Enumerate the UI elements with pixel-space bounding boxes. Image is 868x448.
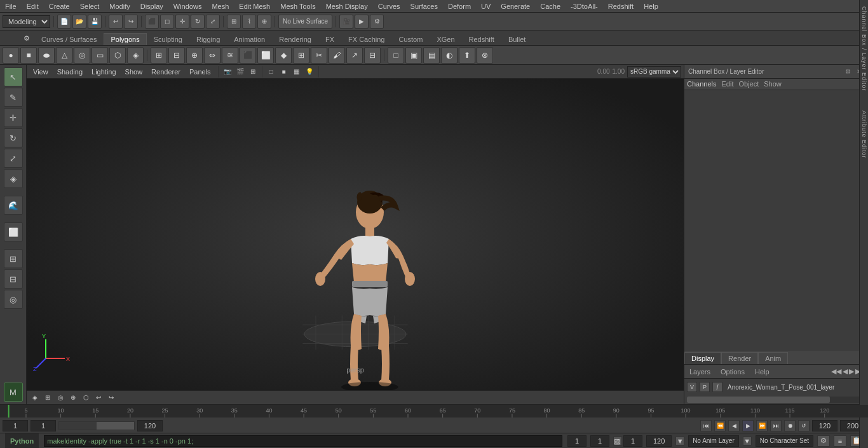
cone-icon[interactable]: △ [56, 47, 72, 64]
menu-edit-mesh[interactable]: Edit Mesh [234, 1, 275, 11]
anim-end-input[interactable] [812, 420, 837, 431]
render-settings-btn[interactable]: ⚙ [370, 15, 384, 29]
channels-label[interactable]: Channels [687, 80, 716, 88]
menu-mesh-tools[interactable]: Mesh Tools [275, 1, 320, 11]
no-anim-layer-btn[interactable]: No Anim Layer [688, 435, 739, 447]
disk-icon[interactable]: ⬡ [109, 47, 126, 64]
tab-xgen[interactable]: XGen [430, 33, 461, 45]
undo-btn[interactable]: ↩ [109, 15, 123, 29]
vp-bottom-icon7[interactable]: ↪ [105, 392, 117, 404]
vp-smooth-icon[interactable]: ■ [278, 66, 290, 78]
menu-generate[interactable]: Generate [496, 1, 535, 11]
extrude-icon[interactable]: ⬛ [240, 47, 256, 64]
anim-prefs-btn[interactable]: ≡ [834, 435, 846, 447]
vp-light-icon[interactable]: 💡 [304, 66, 315, 78]
layer-arr2[interactable]: ◀ [843, 367, 848, 376]
step-back-btn[interactable]: ⏪ [714, 420, 726, 431]
panel-settings-btn[interactable]: ⚙ [843, 67, 853, 77]
attribute-editor-side-label[interactable]: Attribute Editor [861, 111, 867, 159]
menu-deform[interactable]: Deform [443, 1, 476, 11]
new-file-btn[interactable]: 📄 [57, 15, 71, 29]
rotate-btn[interactable]: ↻ [4, 128, 23, 147]
play-fwd-btn[interactable]: ▶ [742, 420, 754, 431]
scale-btn[interactable]: ⤢ [4, 149, 23, 168]
paint-icon[interactable]: 🖌 [329, 47, 345, 64]
bridge-icon[interactable]: ⬜ [257, 47, 274, 64]
help-subtab[interactable]: Help [752, 367, 772, 377]
uv3-icon[interactable]: ▤ [423, 47, 440, 64]
last-tool-btn[interactable]: ⊟ [4, 269, 23, 288]
settings-icon[interactable]: ⚙ [19, 31, 34, 45]
tab-redshift[interactable]: Redshift [462, 33, 501, 45]
start-frame-input[interactable] [31, 420, 56, 431]
cleanup-icon[interactable]: ◐ [441, 47, 458, 64]
menu-edit[interactable]: Edit [22, 1, 44, 11]
vp-bottom-icon1[interactable]: ◈ [29, 392, 41, 404]
maya-icon-btn[interactable]: M [4, 383, 23, 402]
lattice-icon[interactable]: ⊟ [364, 47, 381, 64]
vp-camera-icon[interactable]: 📷 [222, 66, 233, 78]
cut-icon[interactable]: ✂ [311, 47, 327, 64]
layer-arr1[interactable]: ◀◀ [831, 367, 841, 376]
layer-color-swatch[interactable]: / [712, 382, 722, 392]
char-settings-btn[interactable]: ⚙ [817, 435, 830, 447]
layer-scrollbar[interactable] [687, 397, 865, 403]
frame-range-slider[interactable] [58, 421, 135, 430]
soft-select-btn[interactable]: 🌊 [4, 196, 23, 215]
no-character-set-btn[interactable]: No Character Set [756, 435, 813, 447]
tab-fx[interactable]: FX [318, 33, 341, 45]
command-input[interactable] [44, 435, 562, 447]
frame-thumb[interactable]: ▨ [613, 437, 622, 445]
gamma-dropdown[interactable]: sRGB gamma [627, 66, 681, 78]
render-seq-btn[interactable]: ▶ [355, 15, 369, 29]
marquee-select-btn[interactable]: ⬜ [4, 222, 23, 241]
menu-cache[interactable]: Cache [535, 1, 566, 11]
smooth-icon[interactable]: ≋ [222, 47, 238, 64]
redo-btn[interactable]: ↪ [124, 15, 138, 29]
loop-btn[interactable]: ↺ [798, 420, 810, 431]
menu-windows[interactable]: Windows [168, 1, 207, 11]
br-frame3[interactable] [623, 435, 642, 447]
vp-bottom-icon5[interactable]: ⬡ [80, 392, 92, 404]
tab-polygons[interactable]: Polygons [104, 33, 146, 45]
select-tool-btn[interactable]: ⬛ [145, 15, 159, 29]
deform-icon[interactable]: ↗ [346, 47, 363, 64]
select-mode-btn[interactable]: ↖ [4, 67, 23, 86]
menu-modify[interactable]: Modify [104, 1, 135, 11]
extract-icon[interactable]: ⊟ [168, 47, 185, 64]
goto-start-btn[interactable]: ⏮ [700, 420, 712, 431]
br-end-frame[interactable] [646, 435, 672, 447]
vp-renderer-menu[interactable]: Renderer [147, 67, 184, 77]
display-tab[interactable]: Display [684, 352, 721, 364]
anim-tab[interactable]: Anim [758, 352, 788, 364]
edge-loop-icon[interactable]: ⊞ [293, 47, 309, 64]
menu-surfaces[interactable]: Surfaces [405, 1, 443, 11]
booleans-icon[interactable]: ⊕ [186, 47, 203, 64]
lasso-tool-btn[interactable]: ◻ [160, 15, 174, 29]
rotate-tool-btn[interactable]: ↻ [191, 15, 205, 29]
isolate-btn[interactable]: ◎ [4, 290, 23, 309]
render-btn[interactable]: 🎥 [339, 15, 353, 29]
tab-rigging[interactable]: Rigging [189, 33, 227, 45]
vp-shading-menu[interactable]: Shading [53, 67, 86, 77]
uv-icon[interactable]: □ [388, 47, 404, 64]
vp-grid-icon[interactable]: ⊞ [247, 66, 259, 78]
vp-texture-icon[interactable]: ▦ [291, 66, 302, 78]
menu-redshift[interactable]: Redshift [603, 1, 639, 11]
vp-bottom-icon4[interactable]: ⊕ [67, 392, 79, 404]
channel-box-side-label[interactable]: Channel Box / Layer Editor [861, 65, 867, 92]
cube-icon[interactable]: ■ [20, 47, 37, 64]
tab-sculpting[interactable]: Sculpting [147, 33, 189, 45]
menu-3dtool[interactable]: -3DtoAll- [566, 1, 603, 11]
play-back-btn[interactable]: ◀ [728, 420, 740, 431]
layer-vis-p[interactable]: P [700, 382, 710, 392]
goto-end-btn[interactable]: ⏭ [770, 420, 782, 431]
tab-rendering[interactable]: Rendering [272, 33, 318, 45]
menu-create[interactable]: Create [44, 1, 75, 11]
menu-curves[interactable]: Curves [373, 1, 405, 11]
vp-show-menu[interactable]: Show [121, 67, 147, 77]
viewport-3d[interactable]: X Y Z persp [27, 79, 684, 390]
snap-point-btn[interactable]: ⊕ [257, 15, 271, 29]
object-label[interactable]: Object [738, 80, 759, 88]
vp-film-icon[interactable]: 🎬 [234, 66, 246, 78]
